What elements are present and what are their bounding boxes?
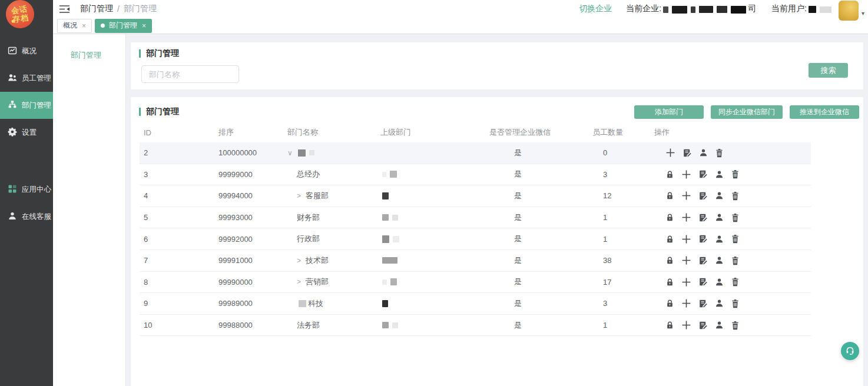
members-icon[interactable] [715, 278, 724, 287]
employees-icon [8, 73, 22, 84]
lock-icon[interactable] [665, 170, 674, 179]
sidebar-item-overview[interactable]: 概况 [0, 38, 53, 65]
edit-icon[interactable] [698, 191, 708, 201]
delete-icon[interactable] [731, 321, 740, 330]
members-icon[interactable] [715, 299, 724, 308]
sidebar-item-departments[interactable]: 部门管理 [0, 92, 53, 119]
add-child-icon[interactable] [681, 234, 691, 244]
close-icon[interactable]: × [82, 22, 86, 30]
cell-id: 5 [140, 213, 214, 222]
members-icon[interactable] [715, 256, 724, 265]
sidebar-nav: 概况 员工管理 部门管理 设置 应用中心 在线客服 [0, 38, 53, 230]
edit-icon[interactable] [683, 148, 692, 158]
table-body: 2 100000000 ∨ 是 0 3 99999000 [140, 142, 811, 336]
sidebar-item-online-service[interactable]: 在线客服 [0, 203, 53, 230]
switch-company-link[interactable]: 切换企业 [579, 4, 612, 14]
department-name: 法务部 [297, 320, 320, 331]
lock-icon[interactable] [665, 299, 674, 308]
departments-table: ID 排序 部门名称 上级部门 是否管理企业微信 员工数量 操作 2 10000… [140, 122, 811, 336]
members-icon[interactable] [715, 321, 724, 330]
tab-label: 概况 [63, 21, 77, 31]
lock-icon[interactable] [665, 235, 674, 244]
add-child-icon[interactable] [681, 277, 691, 287]
sidebar-item-settings[interactable]: 设置 [0, 119, 53, 146]
edit-icon[interactable] [698, 234, 708, 244]
customer-service-button[interactable] [841, 342, 859, 360]
delete-icon[interactable] [715, 148, 724, 158]
cell-sort: 99992000 [214, 235, 283, 244]
company-name-redacted [661, 4, 748, 13]
delete-icon[interactable] [731, 169, 740, 179]
members-icon[interactable] [715, 213, 724, 222]
breadcrumb-section[interactable]: 部门管理 [80, 4, 113, 14]
col-header-parent: 上级部门 [376, 127, 485, 138]
edit-icon[interactable] [698, 256, 708, 265]
tree-caret-icon[interactable]: ∨ [287, 149, 293, 157]
cell-wecom-managed: 是 [485, 169, 588, 179]
sync-wecom-departments-button[interactable]: 同步企业微信部门 [711, 105, 783, 119]
add-child-icon[interactable] [681, 255, 691, 265]
sidebar-item-app-center[interactable]: 应用中心 [0, 176, 53, 203]
cell-name: > 客服部 [283, 191, 376, 201]
edit-icon[interactable] [698, 299, 708, 308]
company-name-suffix: 司 [748, 4, 756, 14]
cell-id: 2 [140, 148, 214, 157]
edit-icon[interactable] [698, 277, 708, 287]
edit-icon[interactable] [698, 169, 708, 179]
sidebar-item-label: 应用中心 [22, 185, 51, 195]
add-department-button[interactable]: 添加部门 [634, 105, 704, 119]
settings-icon [8, 127, 22, 138]
delete-icon[interactable] [731, 299, 740, 308]
delete-icon[interactable] [731, 213, 740, 222]
delete-icon[interactable] [731, 256, 740, 265]
menu-fold-icon[interactable] [59, 5, 70, 14]
members-icon[interactable] [715, 170, 724, 179]
add-child-icon[interactable] [681, 212, 691, 222]
parent-redacted-marks [380, 278, 399, 285]
lock-icon[interactable] [665, 256, 674, 265]
table-row: 9 99989000 科技 是 3 [140, 293, 811, 315]
cell-wecom-managed: 是 [485, 277, 588, 287]
tab-departments[interactable]: 部门管理 × [95, 19, 152, 33]
add-child-icon[interactable] [665, 148, 675, 158]
cell-wecom-managed: 是 [485, 148, 588, 158]
table-row: 5 99993000 财务部 是 1 [140, 207, 811, 229]
edit-icon[interactable] [698, 321, 708, 330]
chevron-down-icon[interactable]: ▾ [862, 10, 864, 16]
department-name-input[interactable] [141, 65, 239, 83]
tab-overview[interactable]: 概况 × [57, 19, 92, 33]
submenu-item-departments[interactable]: 部门管理 [53, 50, 125, 61]
table-panel-title: 部门管理 [139, 107, 179, 117]
cell-wecom-managed: 是 [485, 255, 588, 266]
avatar[interactable] [839, 1, 859, 21]
delete-icon[interactable] [731, 191, 740, 201]
department-name: 科技 [308, 298, 323, 309]
breadcrumb-separator: / [117, 4, 120, 14]
tree-caret-icon[interactable]: > [297, 257, 302, 265]
table-row: 2 100000000 ∨ 是 0 [140, 142, 811, 164]
table-row: 6 99992000 行政部 是 1 [140, 228, 811, 250]
add-child-icon[interactable] [681, 169, 691, 179]
lock-icon[interactable] [665, 321, 674, 330]
lock-icon[interactable] [665, 213, 674, 222]
search-button[interactable]: 搜索 [809, 63, 848, 78]
tree-caret-icon[interactable]: > [297, 192, 302, 200]
tree-caret-icon[interactable]: > [297, 278, 302, 286]
delete-icon[interactable] [731, 277, 740, 287]
sidebar-item-employees[interactable]: 员工管理 [0, 65, 53, 92]
edit-icon[interactable] [698, 213, 708, 222]
sidebar-item-label: 在线客服 [22, 212, 51, 222]
members-icon[interactable] [715, 191, 724, 200]
members-icon[interactable] [699, 148, 708, 157]
lock-icon[interactable] [665, 278, 674, 287]
delete-icon[interactable] [731, 234, 740, 244]
members-icon[interactable] [715, 235, 724, 244]
add-child-icon[interactable] [681, 191, 691, 201]
push-to-wecom-button[interactable]: 推送到企业微信 [790, 105, 859, 119]
cell-actions [650, 255, 811, 265]
add-child-icon[interactable] [681, 298, 691, 308]
lock-icon[interactable] [665, 191, 674, 200]
sidebar-item-label: 部门管理 [22, 101, 51, 111]
close-icon[interactable]: × [142, 22, 146, 30]
add-child-icon[interactable] [681, 320, 691, 330]
